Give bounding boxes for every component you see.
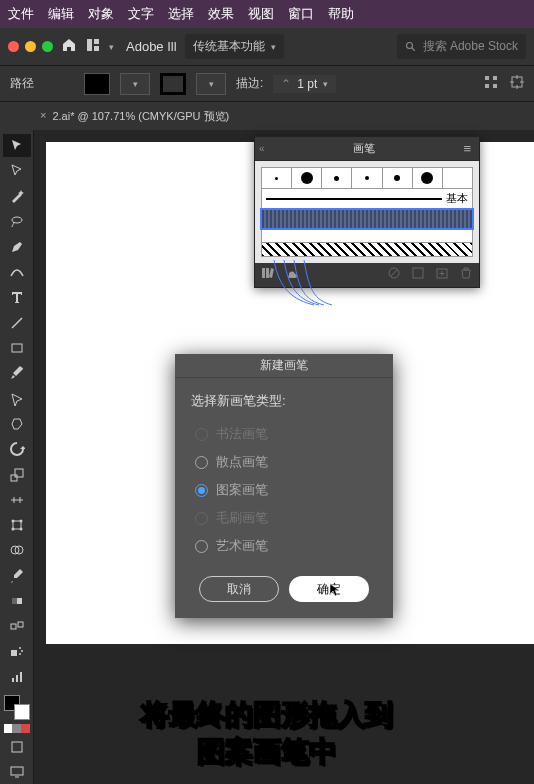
svg-line-39 [390,269,398,277]
svg-rect-36 [262,268,265,278]
svg-rect-13 [11,475,17,481]
free-transform-tool[interactable] [3,513,31,536]
close-tab-icon[interactable]: × [40,109,46,124]
direct-selection-tool[interactable] [3,159,31,182]
radio-icon[interactable] [195,456,208,469]
tool-column [0,130,34,784]
svg-rect-33 [12,742,22,752]
new-brush-dialog: 新建画笔 选择新画笔类型: 书法画笔 散点画笔 图案画笔 毛刷画笔 艺术画笔 取… [175,354,393,618]
paintbrush-tool[interactable] [3,362,31,385]
shape-builder-tool[interactable] [3,539,31,562]
delete-brush-icon[interactable] [459,266,473,284]
brush-pattern-row-selected[interactable] [261,209,473,229]
transform-icon[interactable] [510,75,524,93]
menu-window[interactable]: 窗口 [288,5,314,23]
rectangle-tool[interactable] [3,336,31,359]
svg-line-11 [12,318,22,328]
menu-help[interactable]: 帮助 [328,5,354,23]
rotate-tool[interactable] [3,438,31,461]
brush-basic-row[interactable]: 基本 [261,189,473,209]
svg-rect-2 [94,46,99,51]
svg-rect-31 [16,675,18,682]
menu-file[interactable]: 文件 [8,5,34,23]
gradient-tool[interactable] [3,589,31,612]
width-tool[interactable] [3,488,31,511]
align-icon[interactable] [484,75,498,93]
window-controls [8,41,53,52]
panel-collapse-icon[interactable]: « [259,143,265,154]
brushes-panel-title: 画笔 [353,141,375,156]
menu-edit[interactable]: 编辑 [48,5,74,23]
draw-mode-icon[interactable] [3,735,31,758]
graph-tool[interactable] [3,665,31,688]
stroke-swatch[interactable] [160,73,186,95]
type-tool[interactable] [3,286,31,309]
radio-art[interactable]: 艺术画笔 [191,532,377,560]
shaper-tool[interactable] [3,387,31,410]
svg-rect-30 [12,678,14,682]
brush-calligraphic-row[interactable] [261,167,473,189]
fill-stroke-swatch[interactable] [4,695,30,720]
blend-tool[interactable] [3,615,31,638]
selection-tool[interactable] [3,134,31,157]
selection-type-label: 路径 [10,75,34,92]
menu-view[interactable]: 视图 [248,5,274,23]
svg-point-16 [11,520,14,523]
svg-rect-37 [266,268,269,278]
svg-rect-14 [15,469,23,477]
panel-layout-icon[interactable] [85,37,101,57]
svg-rect-1 [94,39,99,44]
lasso-tool[interactable] [3,210,31,233]
menu-effect[interactable]: 效果 [208,5,234,23]
minimize-window-button[interactable] [25,41,36,52]
eyedropper-tool[interactable] [3,564,31,587]
menu-select[interactable]: 选择 [168,5,194,23]
line-tool[interactable] [3,311,31,334]
fill-swatch[interactable] [84,73,110,95]
search-input[interactable]: 搜索 Adobe Stock [397,34,526,59]
color-mode-switcher[interactable] [4,724,30,734]
radio-icon[interactable] [195,540,208,553]
document-tab[interactable]: × 2.ai* @ 107.71% (CMYK/GPU 预览) [40,109,229,124]
home-icon[interactable] [61,37,77,57]
panel-menu-icon[interactable]: ≡ [463,141,471,156]
pen-tool[interactable] [3,235,31,258]
brushes-panel[interactable]: « 画笔 ≡ 基本 [254,136,480,288]
dialog-title: 新建画笔 [175,354,393,378]
radio-pattern[interactable]: 图案画笔 [191,476,377,504]
menu-type[interactable]: 文字 [128,5,154,23]
maximize-window-button[interactable] [42,41,53,52]
ok-button[interactable]: 确定 [289,576,369,602]
svg-rect-7 [485,84,489,88]
stroke-dropdown[interactable]: ▾ [196,73,226,95]
new-brush-icon[interactable] [435,266,449,284]
remove-stroke-icon[interactable] [387,266,401,284]
stroke-width-field[interactable]: ⌃1 pt▾ [273,75,336,93]
brush-options-icon[interactable] [411,266,425,284]
close-window-button[interactable] [8,41,19,52]
radio-scatter[interactable]: 散点画笔 [191,448,377,476]
fill-dropdown[interactable]: ▾ [120,73,150,95]
brush-thin-row[interactable] [261,229,473,243]
svg-point-28 [21,650,23,652]
curvature-tool[interactable] [3,260,31,283]
svg-rect-15 [13,521,21,529]
svg-rect-6 [493,76,497,80]
svg-rect-40 [413,268,423,278]
workspace-dropdown[interactable]: 传统基本功能▾ [185,34,284,59]
magic-wand-tool[interactable] [3,185,31,208]
app-name-label: Adobe Ill [126,39,177,54]
scale-tool[interactable] [3,463,31,486]
menu-object[interactable]: 对象 [88,5,114,23]
cancel-button[interactable]: 取消 [199,576,279,602]
brush-library-icon[interactable] [261,266,275,284]
brush-hatch-row[interactable] [261,243,473,257]
eraser-tool[interactable] [3,412,31,435]
radio-icon[interactable] [195,484,208,497]
layout-chevron-icon[interactable]: ▾ [109,42,114,52]
screen-mode-icon[interactable] [3,761,31,784]
symbol-sprayer-tool[interactable] [3,640,31,663]
brushes-panel-header[interactable]: « 画笔 ≡ [255,137,479,161]
brush-cloud-icon[interactable] [285,266,299,284]
stroke-label: 描边: [236,75,263,92]
